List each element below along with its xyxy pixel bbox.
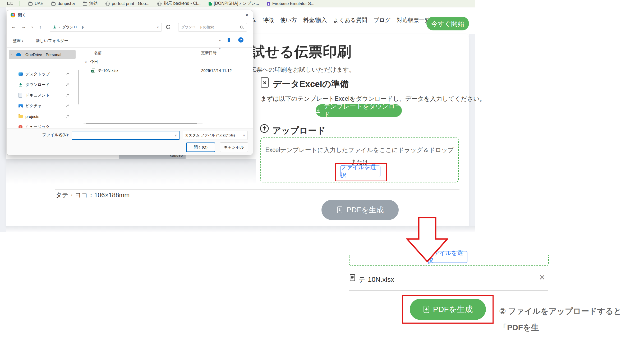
bookmark-item[interactable]: donpisha: [51, 1, 75, 6]
open-button[interactable]: 開く(O): [186, 143, 215, 152]
sidebar-item-desktop[interactable]: デスクトップ: [9, 70, 76, 79]
sidebar-item-label: projects: [25, 114, 39, 119]
prepare-section-title: データExcelの準備: [273, 78, 349, 90]
page-left-gutter: [0, 7, 6, 232]
pin-icon: [66, 93, 69, 97]
bookmark-item[interactable]: 指示 backend - Cl...: [157, 1, 201, 6]
bookmark-item[interactable]: Firebase Emulator S...: [267, 1, 314, 6]
bookmark-item[interactable]: [DONPISHA]テンプレ...: [209, 1, 259, 6]
filename-label: ファイル名(N):: [23, 132, 69, 137]
pdf-doc-icon: [337, 206, 343, 214]
bookmark-label: Firebase Emulator S...: [272, 1, 314, 6]
file-group-label[interactable]: 今日: [90, 59, 98, 64]
bookmark-item[interactable]: perfect print - Goo...: [105, 1, 149, 6]
scrollbar-thumb[interactable]: [86, 123, 197, 124]
nav-link-howto[interactable]: 使い方: [280, 16, 297, 24]
template-download-label: テンプレートをダウンロード: [324, 102, 402, 119]
sidebar-item-label: デスクトップ: [25, 72, 50, 77]
bookmark-item[interactable]: 無効: [83, 1, 98, 6]
annotation-caption: ② ファイルをアップロードすると「PDFを生 成」ボタンが押せるようになります。: [499, 303, 644, 340]
bookmark-label: UAE: [35, 1, 43, 6]
filename-dropdown-icon[interactable]: ∨: [175, 134, 177, 137]
file-dropzone[interactable]: Excelテンプレートに入力したファイルをここにドラッグ＆ドロップ または ファ…: [260, 137, 459, 182]
forward-icon[interactable]: →: [21, 24, 26, 30]
dialog-title: 開く: [18, 10, 26, 20]
sidebar-item-label: ミュージック: [25, 125, 50, 128]
recent-locations-icon[interactable]: ∨: [31, 26, 33, 29]
globe-icon: [157, 2, 162, 6]
filetype-select[interactable]: カスタム ファイル (*.xlsx;*.xls) ∨: [183, 131, 247, 140]
search-box[interactable]: ダウンロードの検索: [178, 23, 247, 32]
uploaded-file-name: テ-10N.xlsx: [358, 275, 394, 284]
onedrive-cloud-icon: [16, 53, 21, 56]
close-icon[interactable]: ×: [245, 12, 249, 18]
sidebar-item-label: ドキュメント: [25, 93, 50, 98]
divider: [349, 290, 548, 291]
page-title: 試せる伝票印刷: [251, 42, 351, 62]
start-now-button[interactable]: 今すぐ開始: [426, 17, 469, 30]
column-header-name[interactable]: 名前: [94, 50, 102, 56]
search-placeholder: ダウンロードの検索: [181, 25, 214, 30]
sidebar-item-label: OneDrive - Personal: [25, 52, 61, 57]
bookmark-item[interactable]: UAE: [28, 1, 43, 6]
sidebar-scrollbar[interactable]: [78, 70, 79, 104]
text-caret: [74, 133, 74, 138]
help-icon[interactable]: ?: [238, 37, 243, 43]
chevron-down-icon: ▾: [22, 39, 23, 43]
sidebar-item-documents[interactable]: ドキュメント: [9, 91, 76, 100]
site-nav: ム 特徴 使い方 料金/購入 よくある質問 ブログ 対応帳票一覧: [251, 11, 430, 29]
remove-file-icon[interactable]: ×: [539, 272, 545, 283]
sidebar-item-downloads[interactable]: ダウンロード: [9, 80, 76, 89]
nav-link-faq[interactable]: よくある質問: [333, 16, 367, 24]
pin-icon: [66, 83, 69, 86]
nav-link-forms[interactable]: 対応帳票一覧: [397, 16, 430, 24]
bookmark-label: 指示 backend - Cl...: [164, 1, 201, 6]
address-bar[interactable]: › ダウンロード ∨: [50, 23, 162, 32]
firebase-icon: [267, 2, 270, 6]
refresh-icon[interactable]: [165, 24, 171, 30]
preview-pane-icon[interactable]: [228, 38, 228, 43]
file-doc-icon: [349, 274, 355, 281]
generate-pdf-button-disabled[interactable]: PDFを生成: [321, 200, 399, 220]
bookmarks-bar: UAE donpisha 無効 perfect print - Goo... 指…: [0, 0, 475, 7]
group-collapse-icon[interactable]: ∨: [85, 61, 87, 64]
resize-grip[interactable]: [249, 151, 251, 153]
address-dropdown-icon[interactable]: ∨: [157, 26, 159, 29]
back-icon[interactable]: ←: [11, 24, 16, 30]
up-icon[interactable]: ↑: [39, 24, 42, 30]
folder-icon: [83, 2, 87, 6]
file-date: 2025/12/14 11:12: [201, 68, 232, 73]
bookmark-label: perfect print - Goo...: [112, 1, 149, 6]
generate-pdf-label: PDFを生成: [347, 205, 384, 215]
upload-icon: [260, 124, 269, 133]
page-subtitle: 伝票への印刷をお試しいただけます。: [250, 66, 355, 74]
sidebar-item-onedrive[interactable]: › OneDrive - Personal: [9, 50, 76, 59]
globe-icon: [105, 2, 110, 6]
nav-link-features[interactable]: 特徴: [263, 16, 274, 24]
dropzone-hint: Excelテンプレートに入力したファイルをここにドラッグ＆ドロップ: [261, 146, 458, 154]
cancel-button[interactable]: キャンセル: [220, 143, 248, 152]
tab-groups-icon[interactable]: [7, 2, 13, 5]
bookmark-label: [DONPISHA]テンプレ...: [214, 1, 259, 6]
sidebar-item-music[interactable]: ♪ ミュージック: [9, 122, 76, 128]
template-download-button[interactable]: テンプレートをダウンロード: [316, 104, 402, 117]
sidebar-item-projects[interactable]: projects: [9, 112, 76, 121]
view-dropdown-icon[interactable]: ▾: [219, 39, 221, 42]
column-header-date[interactable]: 更新日時: [201, 50, 217, 56]
generate-pdf-button-enabled[interactable]: PDFを生成: [410, 299, 486, 320]
sidebar-item-pictures[interactable]: ピクチャ: [9, 101, 76, 110]
chrome-icon: [11, 13, 15, 17]
nav-link-blog[interactable]: ブログ: [374, 16, 390, 24]
divider: [12, 64, 74, 64]
nav-link-pricing[interactable]: 料金/購入: [303, 16, 327, 24]
file-row[interactable]: x テ-10N.xlsx 2025/12/14 11:12: [89, 67, 237, 75]
excel-file-icon: x: [91, 68, 95, 72]
new-folder-button[interactable]: 新しいフォルダー: [36, 38, 68, 43]
expand-icon[interactable]: ›: [11, 53, 12, 56]
horizontal-scrollbar[interactable]: [84, 123, 203, 124]
bookmark-label: donpisha: [58, 1, 75, 6]
search-icon: [240, 25, 244, 29]
filename-input[interactable]: ∨: [72, 131, 180, 140]
organize-menu[interactable]: 整理 ▾: [13, 38, 23, 43]
filetype-value: カスタム ファイル (*.xlsx;*.xls): [185, 133, 235, 138]
